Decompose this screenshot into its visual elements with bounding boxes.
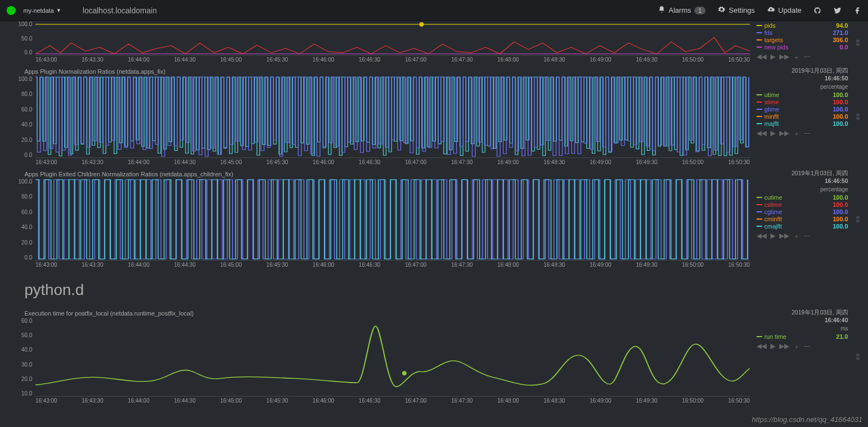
legend-value: 100.0: [833, 216, 848, 222]
settings-button[interactable]: Settings: [718, 6, 755, 15]
legend-name: cmajflt: [764, 223, 782, 230]
y-axis: 100.080.060.040.020.00.0: [11, 76, 34, 158]
chart-plot[interactable]: [35, 318, 750, 396]
chart-control-button[interactable]: ▶▶: [779, 129, 789, 139]
legend-swatch: [757, 218, 762, 220]
legend-item[interactable]: pids94.0: [757, 22, 848, 29]
chart-control-button[interactable]: ＋: [793, 129, 800, 139]
legend-swatch: [757, 336, 762, 337]
chart-control-button[interactable]: ▶: [770, 129, 775, 139]
x-axis: 16:43:0016:43:3016:44:0016:44:3016:45:00…: [35, 55, 750, 65]
legend-unit: percentage: [757, 84, 848, 90]
legend-name: fds: [764, 29, 773, 36]
legend-name: stime: [764, 99, 779, 105]
chart-control-button[interactable]: ◀◀: [757, 232, 767, 241]
chart-control-button[interactable]: ＋: [793, 232, 800, 241]
chart-control-button[interactable]: —: [804, 53, 810, 62]
chart-legend: 2019年1月03日, 周四 16:46:40 msrun time21.0◀◀…: [750, 308, 852, 406]
chart-plot[interactable]: [35, 21, 750, 55]
chart-legend: pids94.0fds271.0targets306.0new pids0.0◀…: [750, 21, 852, 65]
node-dropdown-label: my-netdata: [23, 7, 54, 14]
chart-panel-apps-fix: Apps Plugin Normalization Ratios (netdat…: [11, 66, 862, 167]
watermark: https://blog.csdn.net/qq_41664031: [752, 415, 863, 424]
hostname: localhost.localdomain: [72, 6, 157, 15]
x-axis: 16:43:0016:43:3016:44:0016:44:3016:45:00…: [35, 158, 750, 167]
facebook-link[interactable]: [854, 7, 861, 14]
legend-name: pids: [764, 22, 775, 29]
scroll-indicator[interactable]: ⇕: [852, 66, 862, 167]
legend-item[interactable]: stime100.0: [757, 99, 848, 106]
scroll-indicator[interactable]: ⇕: [852, 169, 862, 270]
scroll-indicator[interactable]: ⇕: [852, 308, 862, 406]
chart-control-button[interactable]: —: [804, 342, 810, 352]
chart-control-button[interactable]: ▶▶: [779, 53, 789, 62]
chart-plot[interactable]: [35, 179, 750, 261]
legend-item[interactable]: utime100.0: [757, 92, 848, 99]
update-label: Update: [778, 6, 801, 14]
legend-item[interactable]: new pids0.0: [757, 44, 848, 51]
scroll-indicator[interactable]: ⇕: [852, 21, 862, 65]
chart-controls: ◀◀▶▶▶＋—: [757, 340, 848, 352]
chart-controls: ◀◀▶▶▶＋—: [757, 128, 848, 139]
chart-control-button[interactable]: ▶: [770, 342, 775, 352]
legend-date: 2019年1月03日, 周四: [757, 67, 848, 75]
legend-item[interactable]: gtime100.0: [757, 106, 848, 113]
chart-control-button[interactable]: ▶▶: [779, 232, 789, 241]
legend-value: 100.0: [833, 209, 848, 215]
legend-item[interactable]: minflt100.0: [757, 113, 848, 120]
legend-name: targets: [764, 37, 783, 43]
legend-name: majflt: [764, 120, 779, 127]
twitter-link[interactable]: [834, 7, 841, 14]
twitter-icon: [834, 7, 841, 14]
legend-name: cminflt: [764, 216, 782, 222]
legend-item[interactable]: majflt100.0: [757, 120, 848, 128]
chart-control-button[interactable]: ▶: [770, 53, 775, 62]
legend-value: 94.0: [836, 22, 848, 29]
y-axis: 60.050.040.030.020.010.0: [11, 318, 34, 396]
legend-value: 306.0: [833, 37, 848, 43]
chart-panel-top: 100.050.00.0 16:43:0016:43:3016:44:0016:…: [11, 21, 862, 65]
chart-control-button[interactable]: ◀◀: [757, 129, 767, 139]
legend-swatch: [757, 25, 762, 26]
chart-title: Execution time for postfix_local (netdat…: [11, 308, 750, 318]
logo-icon[interactable]: [7, 6, 16, 15]
legend-item[interactable]: cminflt100.0: [757, 216, 848, 223]
chart-control-button[interactable]: ◀◀: [757, 342, 767, 352]
chart-control-button[interactable]: —: [804, 129, 810, 139]
legend-item[interactable]: cutime100.0: [757, 194, 848, 201]
chart-control-button[interactable]: ＋: [793, 53, 800, 62]
legend-item[interactable]: targets306.0: [757, 37, 848, 44]
alarms-button[interactable]: Alarms 1: [658, 6, 706, 15]
legend-item[interactable]: fds271.0: [757, 29, 848, 37]
chart-control-button[interactable]: ▶▶: [779, 342, 789, 352]
github-icon: [814, 7, 821, 14]
legend-time: 16:46:50: [757, 75, 848, 82]
node-dropdown[interactable]: my-netdata ▾: [23, 7, 72, 14]
chart-control-button[interactable]: ◀◀: [757, 53, 767, 62]
legend-item[interactable]: cgtime100.0: [757, 209, 848, 216]
y-axis: 100.050.00.0: [11, 21, 34, 55]
legend-item[interactable]: run time21.0: [757, 333, 848, 340]
legend-date: 2019年1月03日, 周四: [757, 309, 848, 317]
legend-swatch: [757, 109, 762, 110]
legend-time: 16:46:40: [757, 317, 848, 323]
chart-plot[interactable]: [35, 76, 750, 158]
chart-control-button[interactable]: —: [804, 232, 810, 241]
legend-value: 100.0: [833, 120, 848, 127]
legend-name: minflt: [764, 113, 779, 120]
legend-item[interactable]: cstime100.0: [757, 201, 848, 209]
update-button[interactable]: Update: [767, 6, 801, 15]
github-link[interactable]: [814, 7, 821, 14]
legend-name: cgtime: [764, 209, 782, 215]
gear-icon: [718, 6, 725, 15]
chart-control-button[interactable]: ▶: [770, 232, 775, 241]
settings-label: Settings: [729, 6, 755, 14]
chart-controls: ◀◀▶▶▶＋—: [757, 230, 848, 241]
section-heading: python.d: [11, 271, 862, 308]
chart-controls: ◀◀▶▶▶＋—: [757, 51, 848, 62]
legend-item[interactable]: cmajflt100.0: [757, 223, 848, 230]
legend-value: 0.0: [840, 44, 848, 50]
legend-value: 271.0: [833, 29, 848, 36]
legend-swatch: [757, 197, 762, 198]
chart-control-button[interactable]: ＋: [793, 342, 800, 352]
